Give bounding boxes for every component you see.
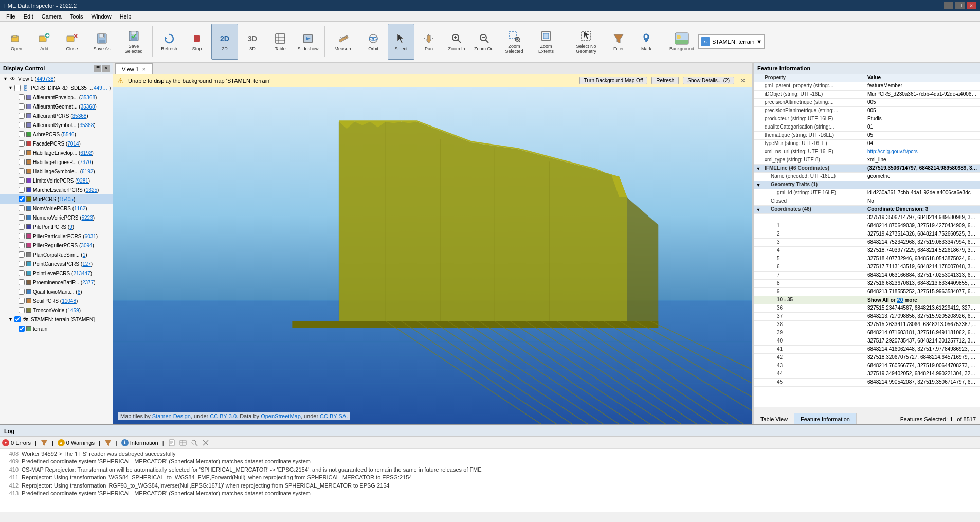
log-warnings-item[interactable]: ▲ 0 Warnings — [58, 439, 95, 446]
open-button[interactable]: Open — [3, 24, 30, 60]
close-button[interactable]: ✕ — [967, 2, 976, 9]
show-details-button[interactable]: Show Details... (2) — [683, 77, 734, 84]
tree-layer-l16[interactable]: ▶ PilierParticulierPCRS (6031) — [0, 231, 113, 241]
l21-count[interactable]: 2377 — [82, 280, 94, 285]
minimize-button[interactable]: — — [944, 2, 953, 9]
l10-checkbox[interactable] — [19, 177, 25, 184]
tree-layer-l14[interactable]: ▶ NumeroVoiriePCRS (5223) — [0, 213, 113, 222]
l8-checkbox[interactable] — [19, 159, 25, 165]
l17-count[interactable]: 3094 — [81, 243, 92, 248]
menu-window[interactable]: Window — [87, 12, 116, 21]
ft-row-coord-39[interactable]: 396848214.071603181, 327516.9491181062, … — [754, 329, 980, 337]
l23-count[interactable]: 11048 — [62, 298, 76, 304]
dc-close-button[interactable]: ✕ — [102, 65, 110, 72]
log-content[interactable]: 408 Worker 94592 > The 'FFS' reader was … — [0, 449, 980, 512]
l14-checkbox[interactable] — [19, 214, 25, 221]
stamen-selector[interactable]: S STAMEN: terrain ▼ — [698, 34, 765, 49]
l16-count[interactable]: 6031 — [85, 233, 96, 239]
l24-checkbox[interactable] — [19, 307, 25, 313]
l5-checkbox[interactable] — [19, 131, 25, 137]
l11-checkbox[interactable] — [19, 187, 25, 193]
menu-edit[interactable]: Edit — [20, 12, 38, 21]
tree-layer-l24[interactable]: ▶ TronconVoirie (1459) — [0, 305, 113, 315]
tree-layer-l19[interactable]: ▶ PointCanevasPCRS (127) — [0, 259, 113, 268]
turn-bg-off-button[interactable]: Turn Background Map Off — [579, 77, 648, 84]
ft-row-coord-5[interactable]: 5327518.407732946, 6848518.0543875024, 6… — [754, 255, 980, 263]
ft-row-coord-8[interactable]: 8327516.6823670613, 6848213.8334409855, … — [754, 280, 980, 288]
tree-layer-l22[interactable]: ▶ QuaiFluvioMariti... (6) — [0, 287, 113, 296]
l13-count[interactable]: 1162 — [74, 206, 85, 211]
l12-count[interactable]: 15405 — [59, 196, 74, 202]
l8-count[interactable]: 7370 — [80, 159, 91, 165]
l2-count[interactable]: 35368 — [81, 104, 95, 110]
tree-layer-l11[interactable]: ▶ MarcheEscalierPCRS (1325) — [0, 185, 113, 194]
tree-layer-l3[interactable]: ▶ AffleurantPCRS (35368) — [0, 111, 113, 120]
tree-layer-l20[interactable]: ▶ PointLevePCRS (213447) — [0, 268, 113, 278]
log-extra3[interactable] — [191, 439, 198, 446]
ft-row-coord-6[interactable]: 6327517.7113143519, 6848214.178007048, 3… — [754, 263, 980, 272]
l9-checkbox[interactable] — [19, 168, 25, 174]
tree-layer-l9[interactable]: ▶ HabillageSymbole... (6192) — [0, 167, 113, 176]
feature-info-tab[interactable]: Feature Information — [794, 413, 857, 424]
zoom-out-button[interactable]: Zoom Out — [471, 24, 498, 60]
l20-count[interactable]: 213447 — [73, 271, 90, 276]
ft-row-gml-id[interactable]: gml_id (string: UTF-16LE)id-d230a361-7cb… — [754, 189, 980, 197]
l24-count[interactable]: 1459 — [67, 308, 79, 313]
ft-row-xml-uri[interactable]: xml_ns_uri (string: UTF-16LE)http://cnig… — [754, 148, 980, 156]
stamen-expand[interactable]: ▼ — [8, 317, 13, 322]
l18-checkbox[interactable] — [19, 251, 25, 258]
ft-row-geom-traits[interactable]: ▼Geometry Traits (1) — [754, 181, 980, 189]
ft-row-typemur[interactable]: typeMur (string: UTF-16LE)04 — [754, 140, 980, 148]
ft-row-coord-36[interactable]: 36327515.234744567, 6848213.61229412, 32… — [754, 304, 980, 313]
l10-count[interactable]: 9281 — [77, 178, 88, 184]
l16-checkbox[interactable] — [19, 233, 25, 239]
l3-count[interactable]: 35368 — [72, 113, 87, 119]
ft-row-coord-2[interactable]: 2327519.4273514326, 6848214.752660525, 3… — [754, 230, 980, 239]
ft-row-coord-38[interactable]: 38327515.263341178064, 6848213.056753387… — [754, 321, 980, 329]
log-filter2-item[interactable] — [104, 439, 112, 446]
dataset-expand[interactable]: ▼ — [8, 85, 13, 91]
ft-row-prec-plan[interactable]: precisionPlanimetrique (string:...005 — [754, 107, 980, 115]
measure-button[interactable]: Measure — [328, 24, 359, 60]
zoom-selected-button[interactable]: Zoom Selected — [499, 24, 530, 60]
tree-layer-l12[interactable]: ▶ MurPCRS (15405) — [0, 194, 113, 204]
view-tab-1[interactable]: View 1 ✕ — [115, 63, 153, 74]
warning-refresh-button[interactable]: Refresh — [651, 77, 679, 84]
l3-checkbox[interactable] — [19, 113, 25, 119]
zoom-in-button[interactable]: Zoom In — [443, 24, 470, 60]
ft-row-producteur[interactable]: producteur (string: UTF-16LE)Etudis — [754, 115, 980, 123]
ft-row-xml-type[interactable]: xml_type (string: UTF-8)xml_line — [754, 156, 980, 165]
l4-count[interactable]: 35368 — [79, 122, 94, 128]
dc-menu-button[interactable]: ☰ — [94, 65, 101, 72]
map-viewport[interactable]: Map tiles by Stamen Design, under CC BY … — [113, 87, 752, 424]
stop-button[interactable]: Stop — [184, 24, 210, 60]
ft-row-coord-42[interactable]: 42327518.32067075727, 6848214.645716979,… — [754, 354, 980, 362]
tree-layer-l1[interactable]: ▶ AffleurantEnvelop... (35368) — [0, 93, 113, 102]
ft-row-coord-7[interactable]: 76848214.063166884, 327517.0253041313, 6… — [754, 272, 980, 280]
tree-layer-l7[interactable]: ▶ HabillageEnvelop... (6192) — [0, 148, 113, 157]
view1-expand[interactable]: ▼ — [3, 76, 8, 81]
save-as-button[interactable]: Save As — [86, 24, 117, 60]
l14-count[interactable]: 5223 — [81, 215, 93, 221]
ccsa-link[interactable]: CC BY SA — [320, 413, 346, 419]
feature-table[interactable]: Property Value gml_parent_property (stri… — [754, 74, 980, 407]
tree-layer-l17[interactable]: ▶ PilierRegulierPCRS (3094) — [0, 241, 113, 250]
menu-camera[interactable]: Camera — [38, 12, 66, 21]
log-filter-item[interactable] — [41, 439, 48, 446]
l7-checkbox[interactable] — [19, 150, 25, 156]
ft-scrollbar-h[interactable] — [754, 407, 980, 413]
ft-row-coord-0[interactable]: 327519.3506714797, 6848214.989580989, 32… — [754, 214, 980, 222]
ft-row-name[interactable]: Name (encoded: UTF-16LE)geometrie — [754, 173, 980, 181]
l5-count[interactable]: 5546 — [63, 132, 74, 137]
slideshow-button[interactable]: Slideshow — [295, 24, 321, 60]
tree-layer-l10[interactable]: ▶ LimiteVoiriePCRS (9281) — [0, 176, 113, 185]
ft-row-coord-43[interactable]: 436848214.760566774, 327519.00644708273,… — [754, 362, 980, 370]
ft-row-ifmeline[interactable]: ▼IFMELine (46 Coordinates)(327519.350671… — [754, 165, 980, 173]
l1-count[interactable]: 35368 — [81, 95, 95, 100]
menu-tools[interactable]: Tools — [66, 12, 87, 21]
cc30-link[interactable]: CC BY 3.0 — [210, 413, 237, 419]
l4-checkbox[interactable] — [19, 122, 25, 128]
ft-row-10-35[interactable]: 10 - 35Show All or 20 more — [754, 296, 980, 304]
l7-count[interactable]: 6192 — [80, 150, 92, 156]
background-button[interactable]: Background — [666, 24, 697, 60]
